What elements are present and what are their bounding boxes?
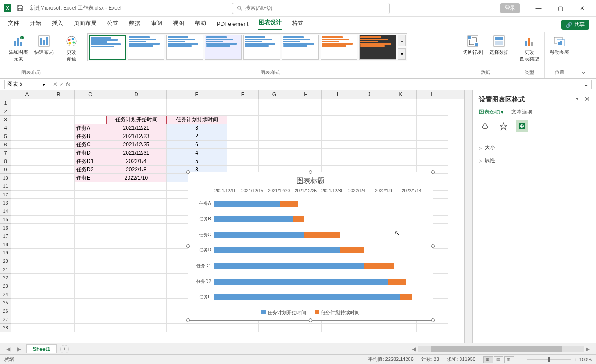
row-header-5[interactable]: 5 [0, 132, 11, 141]
cell[interactable] [11, 265, 43, 274]
cell[interactable] [43, 315, 75, 324]
add-chart-element-button[interactable]: + 添加图表 元素 [7, 33, 30, 63]
chart-style-2[interactable] [128, 35, 164, 60]
cell[interactable] [106, 207, 167, 216]
row-header-9[interactable]: 9 [0, 166, 11, 174]
zoom-in-button[interactable]: + [574, 357, 576, 362]
col-header-A[interactable]: A [11, 90, 43, 99]
tab-data[interactable]: 数据 [128, 18, 141, 30]
cell[interactable] [106, 274, 167, 282]
tab-review[interactable]: 审阅 [150, 18, 163, 30]
effects-icon[interactable] [497, 120, 510, 132]
quick-layout-button[interactable]: 快速布局 [32, 33, 55, 57]
cell[interactable] [43, 257, 75, 265]
sheet-nav-next[interactable]: ▶ [15, 346, 23, 352]
cell[interactable]: 3 [167, 124, 227, 132]
cell[interactable] [75, 299, 106, 307]
cell[interactable] [43, 191, 75, 199]
sheet-nav-prev[interactable]: ◀ [4, 346, 12, 352]
cell[interactable] [385, 99, 417, 107]
zoom-slider[interactable] [527, 359, 571, 360]
row-header-11[interactable]: 11 [0, 182, 11, 191]
tab-chart-design[interactable]: 图表设计 [258, 17, 282, 30]
cell[interactable] [11, 132, 43, 141]
styles-more[interactable]: ▴▾ [398, 35, 406, 60]
cell[interactable] [75, 232, 106, 240]
col-header-E[interactable]: E [167, 90, 227, 99]
cell[interactable] [227, 141, 259, 149]
cell[interactable] [259, 107, 290, 116]
tab-file[interactable]: 文件 [7, 18, 20, 30]
col-header-B[interactable]: B [43, 90, 75, 99]
row-header-14[interactable]: 14 [0, 207, 11, 216]
cell[interactable] [43, 174, 75, 182]
tab-layout[interactable]: 页面布局 [73, 18, 97, 30]
change-colors-button[interactable]: 更改 颜色 [63, 33, 80, 63]
change-chart-type-button[interactable]: 更改 图表类型 [518, 33, 541, 63]
cell[interactable] [290, 324, 322, 332]
chart-style-1[interactable] [89, 35, 126, 60]
fill-line-icon[interactable] [479, 120, 491, 132]
cell[interactable] [322, 99, 353, 107]
cell[interactable] [75, 99, 106, 107]
cell[interactable] [322, 132, 353, 141]
add-sheet-button[interactable]: + [60, 345, 69, 353]
cell[interactable] [259, 324, 290, 332]
row-header-4[interactable]: 4 [0, 124, 11, 132]
tab-home[interactable]: 开始 [29, 18, 42, 30]
cell[interactable] [167, 107, 227, 116]
zoom-level[interactable]: 100% [579, 357, 592, 362]
cell[interactable] [11, 99, 43, 107]
cell[interactable] [106, 216, 167, 224]
cell[interactable] [11, 157, 43, 166]
col-header-H[interactable]: H [290, 90, 322, 99]
cell[interactable]: 2021/12/31 [106, 149, 167, 157]
cell[interactable] [322, 141, 353, 149]
cell[interactable] [11, 249, 43, 257]
cell[interactable] [11, 207, 43, 216]
cell[interactable] [259, 149, 290, 157]
row-header-7[interactable]: 7 [0, 149, 11, 157]
cell[interactable] [11, 307, 43, 315]
cell[interactable] [11, 174, 43, 182]
pane-tab-text-options[interactable]: 文本选项 [511, 108, 532, 116]
cell[interactable] [106, 99, 167, 107]
chart-bar-row[interactable]: 任务D [193, 245, 424, 255]
row-header-23[interactable]: 23 [0, 282, 11, 290]
cell[interactable] [106, 282, 167, 290]
save-icon[interactable] [17, 4, 25, 12]
row-header-12[interactable]: 12 [0, 191, 11, 199]
row-header-22[interactable]: 22 [0, 274, 11, 282]
share-button[interactable]: 🔗共享 [561, 20, 589, 30]
cell[interactable] [11, 216, 43, 224]
cell[interactable] [43, 166, 75, 174]
cell[interactable] [106, 307, 167, 315]
pane-tab-chart-options[interactable]: 图表选项 ▾ [479, 108, 503, 116]
cell[interactable] [106, 107, 167, 116]
row-header-27[interactable]: 27 [0, 315, 11, 324]
chart-bar-row[interactable]: 任务E [193, 292, 424, 302]
chart-plot-area[interactable]: 任务A任务B任务C任务D任务D1任务D2任务E [193, 193, 428, 307]
cell[interactable] [11, 290, 43, 299]
cell[interactable] [106, 240, 167, 249]
cell[interactable] [43, 132, 75, 141]
cell[interactable] [417, 124, 448, 132]
row-header-6[interactable]: 6 [0, 141, 11, 149]
select-all-corner[interactable] [0, 90, 11, 99]
cell[interactable] [43, 324, 75, 332]
cell[interactable]: 4 [167, 149, 227, 157]
size-properties-icon[interactable] [516, 120, 528, 132]
cell[interactable] [75, 249, 106, 257]
section-properties[interactable]: 属性 [479, 154, 590, 167]
cell[interactable] [75, 315, 106, 324]
row-header-3[interactable]: 3 [0, 116, 11, 124]
cell[interactable] [11, 240, 43, 249]
cell[interactable]: 2022/1/4 [106, 157, 167, 166]
cancel-formula-icon[interactable]: ✕ [53, 81, 57, 88]
chart-styles-gallery[interactable]: ▴▾ [87, 33, 407, 61]
cell[interactable] [417, 157, 448, 166]
cell[interactable] [43, 274, 75, 282]
horizontal-scrollbar[interactable]: ◀ ▶ [410, 346, 592, 352]
cell[interactable] [75, 107, 106, 116]
row-header-21[interactable]: 21 [0, 265, 11, 274]
